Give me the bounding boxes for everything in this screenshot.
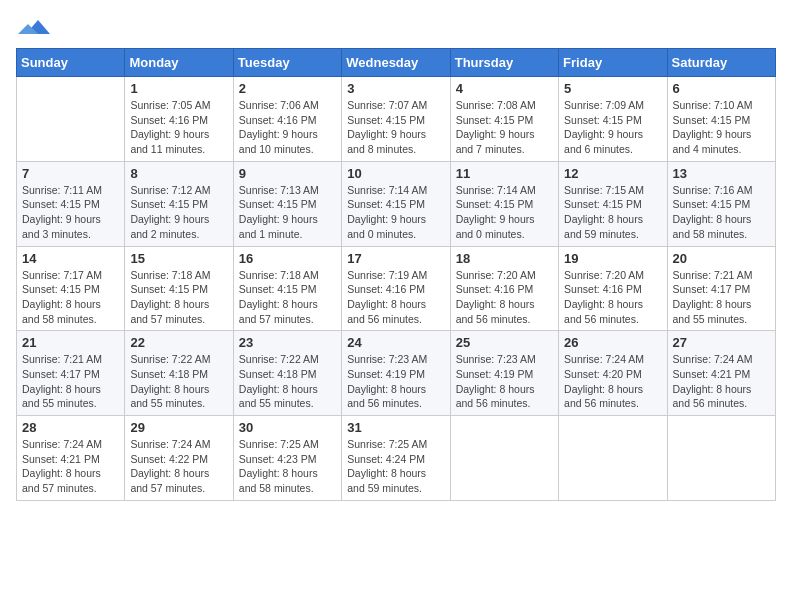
calendar-cell: 9Sunrise: 7:13 AMSunset: 4:15 PMDaylight… — [233, 161, 341, 246]
day-info: Sunrise: 7:08 AMSunset: 4:15 PMDaylight:… — [456, 98, 553, 157]
day-number: 23 — [239, 335, 336, 350]
calendar-cell — [559, 416, 667, 501]
calendar-cell: 13Sunrise: 7:16 AMSunset: 4:15 PMDayligh… — [667, 161, 775, 246]
calendar-cell: 2Sunrise: 7:06 AMSunset: 4:16 PMDaylight… — [233, 77, 341, 162]
day-info: Sunrise: 7:21 AMSunset: 4:17 PMDaylight:… — [673, 268, 770, 327]
day-number: 22 — [130, 335, 227, 350]
day-info: Sunrise: 7:16 AMSunset: 4:15 PMDaylight:… — [673, 183, 770, 242]
day-info: Sunrise: 7:24 AMSunset: 4:21 PMDaylight:… — [673, 352, 770, 411]
calendar-cell: 27Sunrise: 7:24 AMSunset: 4:21 PMDayligh… — [667, 331, 775, 416]
day-number: 24 — [347, 335, 444, 350]
day-header-tuesday: Tuesday — [233, 49, 341, 77]
day-info: Sunrise: 7:20 AMSunset: 4:16 PMDaylight:… — [564, 268, 661, 327]
calendar-cell: 31Sunrise: 7:25 AMSunset: 4:24 PMDayligh… — [342, 416, 450, 501]
day-header-saturday: Saturday — [667, 49, 775, 77]
day-info: Sunrise: 7:06 AMSunset: 4:16 PMDaylight:… — [239, 98, 336, 157]
day-number: 17 — [347, 251, 444, 266]
day-info: Sunrise: 7:07 AMSunset: 4:15 PMDaylight:… — [347, 98, 444, 157]
day-number: 1 — [130, 81, 227, 96]
calendar-cell: 5Sunrise: 7:09 AMSunset: 4:15 PMDaylight… — [559, 77, 667, 162]
calendar-cell — [17, 77, 125, 162]
day-number: 18 — [456, 251, 553, 266]
day-header-thursday: Thursday — [450, 49, 558, 77]
day-number: 4 — [456, 81, 553, 96]
calendar-cell: 8Sunrise: 7:12 AMSunset: 4:15 PMDaylight… — [125, 161, 233, 246]
day-info: Sunrise: 7:11 AMSunset: 4:15 PMDaylight:… — [22, 183, 119, 242]
day-number: 14 — [22, 251, 119, 266]
calendar-cell: 25Sunrise: 7:23 AMSunset: 4:19 PMDayligh… — [450, 331, 558, 416]
day-number: 15 — [130, 251, 227, 266]
day-number: 12 — [564, 166, 661, 181]
day-info: Sunrise: 7:20 AMSunset: 4:16 PMDaylight:… — [456, 268, 553, 327]
day-number: 11 — [456, 166, 553, 181]
calendar-cell: 17Sunrise: 7:19 AMSunset: 4:16 PMDayligh… — [342, 246, 450, 331]
day-number: 25 — [456, 335, 553, 350]
calendar-cell: 20Sunrise: 7:21 AMSunset: 4:17 PMDayligh… — [667, 246, 775, 331]
calendar-cell: 3Sunrise: 7:07 AMSunset: 4:15 PMDaylight… — [342, 77, 450, 162]
day-info: Sunrise: 7:13 AMSunset: 4:15 PMDaylight:… — [239, 183, 336, 242]
day-header-friday: Friday — [559, 49, 667, 77]
day-number: 28 — [22, 420, 119, 435]
day-number: 27 — [673, 335, 770, 350]
calendar-cell: 18Sunrise: 7:20 AMSunset: 4:16 PMDayligh… — [450, 246, 558, 331]
day-header-sunday: Sunday — [17, 49, 125, 77]
header — [16, 16, 776, 36]
calendar: SundayMondayTuesdayWednesdayThursdayFrid… — [16, 48, 776, 501]
day-info: Sunrise: 7:25 AMSunset: 4:24 PMDaylight:… — [347, 437, 444, 496]
calendar-cell: 6Sunrise: 7:10 AMSunset: 4:15 PMDaylight… — [667, 77, 775, 162]
day-info: Sunrise: 7:23 AMSunset: 4:19 PMDaylight:… — [456, 352, 553, 411]
day-info: Sunrise: 7:14 AMSunset: 4:15 PMDaylight:… — [347, 183, 444, 242]
calendar-cell: 16Sunrise: 7:18 AMSunset: 4:15 PMDayligh… — [233, 246, 341, 331]
day-number: 5 — [564, 81, 661, 96]
day-number: 6 — [673, 81, 770, 96]
day-number: 20 — [673, 251, 770, 266]
calendar-cell — [450, 416, 558, 501]
day-info: Sunrise: 7:05 AMSunset: 4:16 PMDaylight:… — [130, 98, 227, 157]
calendar-cell: 29Sunrise: 7:24 AMSunset: 4:22 PMDayligh… — [125, 416, 233, 501]
day-number: 26 — [564, 335, 661, 350]
day-info: Sunrise: 7:15 AMSunset: 4:15 PMDaylight:… — [564, 183, 661, 242]
calendar-cell: 12Sunrise: 7:15 AMSunset: 4:15 PMDayligh… — [559, 161, 667, 246]
day-info: Sunrise: 7:22 AMSunset: 4:18 PMDaylight:… — [130, 352, 227, 411]
day-info: Sunrise: 7:14 AMSunset: 4:15 PMDaylight:… — [456, 183, 553, 242]
day-info: Sunrise: 7:22 AMSunset: 4:18 PMDaylight:… — [239, 352, 336, 411]
day-number: 31 — [347, 420, 444, 435]
day-info: Sunrise: 7:24 AMSunset: 4:20 PMDaylight:… — [564, 352, 661, 411]
day-number: 3 — [347, 81, 444, 96]
day-number: 13 — [673, 166, 770, 181]
calendar-cell: 11Sunrise: 7:14 AMSunset: 4:15 PMDayligh… — [450, 161, 558, 246]
calendar-cell: 26Sunrise: 7:24 AMSunset: 4:20 PMDayligh… — [559, 331, 667, 416]
calendar-cell: 1Sunrise: 7:05 AMSunset: 4:16 PMDaylight… — [125, 77, 233, 162]
day-number: 21 — [22, 335, 119, 350]
day-number: 8 — [130, 166, 227, 181]
calendar-cell: 24Sunrise: 7:23 AMSunset: 4:19 PMDayligh… — [342, 331, 450, 416]
day-header-wednesday: Wednesday — [342, 49, 450, 77]
calendar-cell: 28Sunrise: 7:24 AMSunset: 4:21 PMDayligh… — [17, 416, 125, 501]
day-number: 7 — [22, 166, 119, 181]
day-info: Sunrise: 7:18 AMSunset: 4:15 PMDaylight:… — [239, 268, 336, 327]
day-info: Sunrise: 7:23 AMSunset: 4:19 PMDaylight:… — [347, 352, 444, 411]
day-info: Sunrise: 7:24 AMSunset: 4:22 PMDaylight:… — [130, 437, 227, 496]
day-info: Sunrise: 7:21 AMSunset: 4:17 PMDaylight:… — [22, 352, 119, 411]
day-number: 19 — [564, 251, 661, 266]
calendar-cell: 7Sunrise: 7:11 AMSunset: 4:15 PMDaylight… — [17, 161, 125, 246]
day-info: Sunrise: 7:10 AMSunset: 4:15 PMDaylight:… — [673, 98, 770, 157]
day-info: Sunrise: 7:19 AMSunset: 4:16 PMDaylight:… — [347, 268, 444, 327]
day-number: 9 — [239, 166, 336, 181]
day-info: Sunrise: 7:12 AMSunset: 4:15 PMDaylight:… — [130, 183, 227, 242]
calendar-cell: 4Sunrise: 7:08 AMSunset: 4:15 PMDaylight… — [450, 77, 558, 162]
calendar-cell: 14Sunrise: 7:17 AMSunset: 4:15 PMDayligh… — [17, 246, 125, 331]
calendar-cell: 30Sunrise: 7:25 AMSunset: 4:23 PMDayligh… — [233, 416, 341, 501]
day-number: 16 — [239, 251, 336, 266]
day-number: 2 — [239, 81, 336, 96]
calendar-cell: 15Sunrise: 7:18 AMSunset: 4:15 PMDayligh… — [125, 246, 233, 331]
day-number: 30 — [239, 420, 336, 435]
calendar-cell — [667, 416, 775, 501]
day-info: Sunrise: 7:25 AMSunset: 4:23 PMDaylight:… — [239, 437, 336, 496]
calendar-cell: 22Sunrise: 7:22 AMSunset: 4:18 PMDayligh… — [125, 331, 233, 416]
logo — [16, 16, 50, 36]
calendar-cell: 21Sunrise: 7:21 AMSunset: 4:17 PMDayligh… — [17, 331, 125, 416]
day-info: Sunrise: 7:17 AMSunset: 4:15 PMDaylight:… — [22, 268, 119, 327]
day-number: 10 — [347, 166, 444, 181]
logo-icon — [18, 16, 50, 36]
